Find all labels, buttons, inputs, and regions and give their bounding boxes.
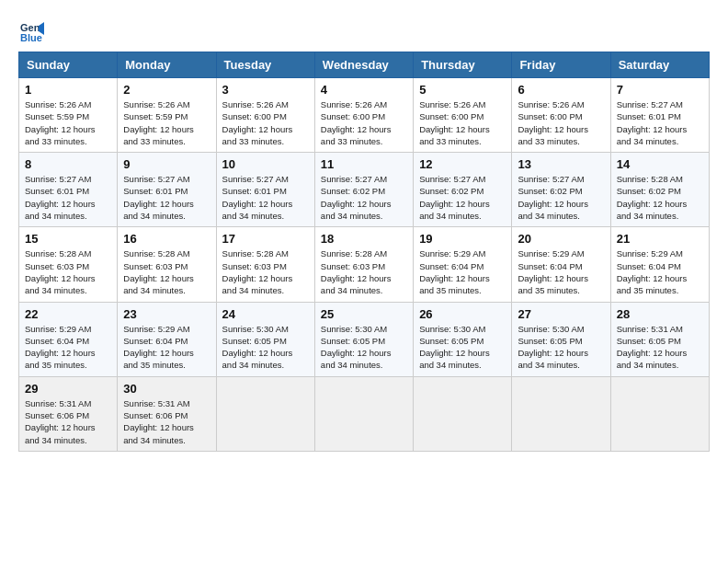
day-number-24: 24 bbox=[222, 307, 309, 321]
day-info-6: Sunrise: 5:26 AMSunset: 6:00 PMDaylight:… bbox=[518, 98, 604, 147]
calendar-day-3: 3Sunrise: 5:26 AMSunset: 6:00 PMDaylight… bbox=[216, 78, 314, 153]
calendar-day-2: 2Sunrise: 5:26 AMSunset: 5:59 PMDaylight… bbox=[118, 78, 216, 153]
calendar-day-18: 18Sunrise: 5:28 AMSunset: 6:03 PMDayligh… bbox=[314, 227, 413, 302]
day-number-3: 3 bbox=[222, 83, 309, 97]
day-info-12: Sunrise: 5:27 AMSunset: 6:02 PMDaylight:… bbox=[419, 173, 506, 222]
calendar-day-27: 27Sunrise: 5:30 AMSunset: 6:05 PMDayligh… bbox=[512, 302, 610, 376]
calendar-day-28: 28Sunrise: 5:31 AMSunset: 6:05 PMDayligh… bbox=[610, 302, 709, 376]
day-number-22: 22 bbox=[25, 307, 111, 321]
day-number-30: 30 bbox=[123, 382, 210, 396]
day-info-30: Sunrise: 5:31 AMSunset: 6:06 PMDaylight:… bbox=[123, 397, 210, 446]
weekday-header-wednesday: Wednesday bbox=[314, 52, 413, 78]
calendar-day-1: 1Sunrise: 5:26 AMSunset: 5:59 PMDaylight… bbox=[19, 78, 118, 153]
day-number-1: 1 bbox=[25, 83, 111, 97]
empty-cell bbox=[314, 376, 413, 451]
day-number-8: 8 bbox=[25, 157, 111, 171]
day-info-3: Sunrise: 5:26 AMSunset: 6:00 PMDaylight:… bbox=[222, 98, 309, 147]
day-number-23: 23 bbox=[123, 307, 210, 321]
empty-cell bbox=[610, 376, 709, 451]
calendar-week-4: 22Sunrise: 5:29 AMSunset: 6:04 PMDayligh… bbox=[19, 302, 710, 376]
day-number-27: 27 bbox=[518, 307, 604, 321]
day-info-13: Sunrise: 5:27 AMSunset: 6:02 PMDaylight:… bbox=[518, 173, 604, 222]
day-info-4: Sunrise: 5:26 AMSunset: 6:00 PMDaylight:… bbox=[321, 98, 407, 147]
day-number-2: 2 bbox=[123, 83, 210, 97]
day-info-16: Sunrise: 5:28 AMSunset: 6:03 PMDaylight:… bbox=[123, 247, 210, 296]
page-header: General Blue bbox=[18, 18, 710, 44]
calendar-day-29: 29Sunrise: 5:31 AMSunset: 6:06 PMDayligh… bbox=[19, 376, 118, 451]
empty-cell bbox=[216, 376, 314, 451]
day-info-26: Sunrise: 5:30 AMSunset: 6:05 PMDaylight:… bbox=[419, 323, 506, 372]
empty-cell bbox=[512, 376, 610, 451]
day-number-21: 21 bbox=[617, 232, 703, 246]
day-info-10: Sunrise: 5:27 AMSunset: 6:01 PMDaylight:… bbox=[222, 173, 309, 222]
day-number-9: 9 bbox=[123, 157, 210, 171]
calendar-day-23: 23Sunrise: 5:29 AMSunset: 6:04 PMDayligh… bbox=[118, 302, 216, 376]
calendar-day-30: 30Sunrise: 5:31 AMSunset: 6:06 PMDayligh… bbox=[118, 376, 216, 451]
day-number-6: 6 bbox=[518, 83, 604, 97]
calendar-day-6: 6Sunrise: 5:26 AMSunset: 6:00 PMDaylight… bbox=[512, 78, 610, 153]
logo: General Blue bbox=[18, 18, 48, 44]
day-number-12: 12 bbox=[419, 157, 506, 171]
day-info-14: Sunrise: 5:28 AMSunset: 6:02 PMDaylight:… bbox=[617, 173, 703, 222]
day-info-20: Sunrise: 5:29 AMSunset: 6:04 PMDaylight:… bbox=[518, 247, 604, 296]
day-number-4: 4 bbox=[321, 83, 407, 97]
day-info-7: Sunrise: 5:27 AMSunset: 6:01 PMDaylight:… bbox=[617, 98, 703, 147]
calendar-day-5: 5Sunrise: 5:26 AMSunset: 6:00 PMDaylight… bbox=[414, 78, 512, 153]
calendar-week-5: 29Sunrise: 5:31 AMSunset: 6:06 PMDayligh… bbox=[19, 376, 710, 451]
day-info-27: Sunrise: 5:30 AMSunset: 6:05 PMDaylight:… bbox=[518, 323, 604, 372]
weekday-header-friday: Friday bbox=[512, 52, 610, 78]
calendar-day-10: 10Sunrise: 5:27 AMSunset: 6:01 PMDayligh… bbox=[216, 153, 314, 227]
calendar-day-7: 7Sunrise: 5:27 AMSunset: 6:01 PMDaylight… bbox=[610, 78, 709, 153]
calendar-day-8: 8Sunrise: 5:27 AMSunset: 6:01 PMDaylight… bbox=[19, 153, 118, 227]
logo-icon: General Blue bbox=[18, 18, 44, 44]
day-info-8: Sunrise: 5:27 AMSunset: 6:01 PMDaylight:… bbox=[25, 173, 111, 222]
day-number-25: 25 bbox=[321, 307, 407, 321]
day-info-19: Sunrise: 5:29 AMSunset: 6:04 PMDaylight:… bbox=[419, 247, 506, 296]
day-number-17: 17 bbox=[222, 232, 309, 246]
weekday-header-thursday: Thursday bbox=[414, 52, 512, 78]
day-info-28: Sunrise: 5:31 AMSunset: 6:05 PMDaylight:… bbox=[617, 323, 703, 372]
calendar-week-3: 15Sunrise: 5:28 AMSunset: 6:03 PMDayligh… bbox=[19, 227, 710, 302]
calendar-day-20: 20Sunrise: 5:29 AMSunset: 6:04 PMDayligh… bbox=[512, 227, 610, 302]
calendar-day-14: 14Sunrise: 5:28 AMSunset: 6:02 PMDayligh… bbox=[610, 153, 709, 227]
day-number-7: 7 bbox=[617, 83, 703, 97]
day-number-10: 10 bbox=[222, 157, 309, 171]
calendar-day-24: 24Sunrise: 5:30 AMSunset: 6:05 PMDayligh… bbox=[216, 302, 314, 376]
calendar-day-9: 9Sunrise: 5:27 AMSunset: 6:01 PMDaylight… bbox=[118, 153, 216, 227]
day-number-16: 16 bbox=[123, 232, 210, 246]
day-info-25: Sunrise: 5:30 AMSunset: 6:05 PMDaylight:… bbox=[321, 323, 407, 372]
calendar-day-16: 16Sunrise: 5:28 AMSunset: 6:03 PMDayligh… bbox=[118, 227, 216, 302]
day-number-20: 20 bbox=[518, 232, 604, 246]
calendar-day-17: 17Sunrise: 5:28 AMSunset: 6:03 PMDayligh… bbox=[216, 227, 314, 302]
day-info-9: Sunrise: 5:27 AMSunset: 6:01 PMDaylight:… bbox=[123, 173, 210, 222]
day-number-14: 14 bbox=[617, 157, 703, 171]
calendar-day-12: 12Sunrise: 5:27 AMSunset: 6:02 PMDayligh… bbox=[414, 153, 512, 227]
day-info-1: Sunrise: 5:26 AMSunset: 5:59 PMDaylight:… bbox=[25, 98, 111, 147]
day-info-18: Sunrise: 5:28 AMSunset: 6:03 PMDaylight:… bbox=[321, 247, 407, 296]
calendar-day-19: 19Sunrise: 5:29 AMSunset: 6:04 PMDayligh… bbox=[414, 227, 512, 302]
day-number-29: 29 bbox=[25, 382, 111, 396]
calendar-week-2: 8Sunrise: 5:27 AMSunset: 6:01 PMDaylight… bbox=[19, 153, 710, 227]
day-number-15: 15 bbox=[25, 232, 111, 246]
calendar-day-4: 4Sunrise: 5:26 AMSunset: 6:00 PMDaylight… bbox=[314, 78, 413, 153]
day-info-5: Sunrise: 5:26 AMSunset: 6:00 PMDaylight:… bbox=[419, 98, 506, 147]
empty-cell bbox=[414, 376, 512, 451]
calendar-day-13: 13Sunrise: 5:27 AMSunset: 6:02 PMDayligh… bbox=[512, 153, 610, 227]
calendar-day-26: 26Sunrise: 5:30 AMSunset: 6:05 PMDayligh… bbox=[414, 302, 512, 376]
day-info-24: Sunrise: 5:30 AMSunset: 6:05 PMDaylight:… bbox=[222, 323, 309, 372]
day-number-28: 28 bbox=[617, 307, 703, 321]
calendar-day-22: 22Sunrise: 5:29 AMSunset: 6:04 PMDayligh… bbox=[19, 302, 118, 376]
weekday-header-tuesday: Tuesday bbox=[216, 52, 314, 78]
svg-text:Blue: Blue bbox=[20, 32, 42, 43]
day-number-11: 11 bbox=[321, 157, 407, 171]
day-info-2: Sunrise: 5:26 AMSunset: 5:59 PMDaylight:… bbox=[123, 98, 210, 147]
day-info-17: Sunrise: 5:28 AMSunset: 6:03 PMDaylight:… bbox=[222, 247, 309, 296]
calendar-table: SundayMondayTuesdayWednesdayThursdayFrid… bbox=[18, 52, 710, 452]
day-number-5: 5 bbox=[419, 83, 506, 97]
day-info-15: Sunrise: 5:28 AMSunset: 6:03 PMDaylight:… bbox=[25, 247, 111, 296]
day-info-29: Sunrise: 5:31 AMSunset: 6:06 PMDaylight:… bbox=[25, 397, 111, 446]
day-number-26: 26 bbox=[419, 307, 506, 321]
day-number-19: 19 bbox=[419, 232, 506, 246]
day-info-22: Sunrise: 5:29 AMSunset: 6:04 PMDaylight:… bbox=[25, 323, 111, 372]
day-number-18: 18 bbox=[321, 232, 407, 246]
